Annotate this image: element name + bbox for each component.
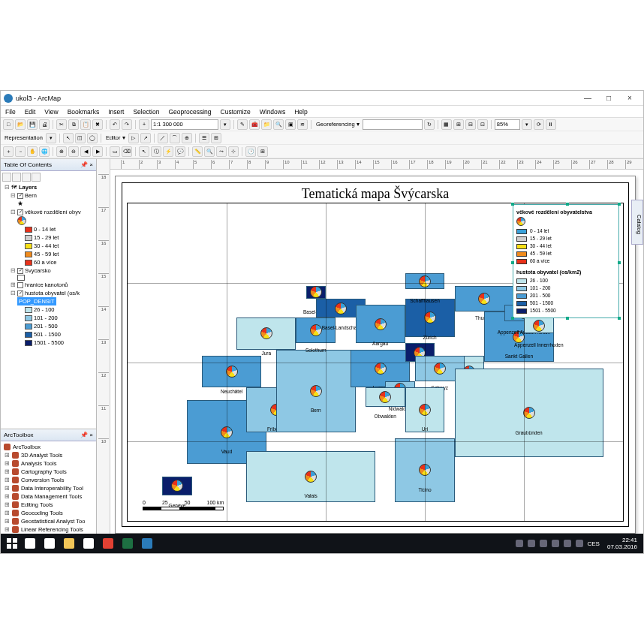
menu-bookmarks[interactable]: Bookmarks [66,107,101,116]
layer-age[interactable]: ⊟✓ věkové rozdělení obyv [2,208,95,216]
select-tool-icon[interactable]: ↖ [63,133,74,143]
menu-view[interactable]: View [43,107,59,116]
toc-pin-icon[interactable]: 📌 × [80,161,93,168]
clear-selection-icon[interactable]: ⌫ [122,146,132,157]
zoom-dropdown-icon[interactable]: ▾ [522,119,532,130]
snap-icon[interactable]: ⊞ [453,119,464,130]
zoom-input[interactable] [495,119,520,130]
map-legend[interactable]: věkové rozdělení obyvatelstva 0 - 14 let… [513,204,619,318]
toolbox-item[interactable]: ⊞Data Interoperability Tool [2,484,95,492]
taskbar-app-taskview[interactable] [41,536,59,551]
georef-layer-input[interactable] [363,119,423,130]
layer-bern[interactable]: ⊟✓ Bern [2,191,95,200]
scale-input[interactable] [151,119,218,130]
edit-vertices-icon[interactable]: ↗ [140,133,151,143]
edit-line-icon[interactable]: ／ [158,133,168,143]
lang-indicator[interactable]: CES [588,540,600,547]
open-icon[interactable]: 📂 [15,119,26,130]
pan-icon[interactable]: ✋ [27,146,38,157]
taskbar-app-chrome[interactable] [99,536,117,551]
search-icon[interactable]: 🔍 [273,119,284,130]
lasso-icon[interactable]: ◯ [87,133,98,143]
toc-list-by-drawing-icon[interactable] [2,173,11,182]
fixed-zoom-in-icon[interactable]: ⊕ [56,146,67,157]
grid-icon[interactable]: ▦ [441,119,452,130]
georef-label[interactable]: Georeferencing ▾ [314,121,361,128]
tray-icon[interactable] [540,540,547,547]
rulers-icon[interactable]: ⊡ [477,119,488,130]
new-doc-icon[interactable]: □ [3,119,14,130]
maximize-button[interactable]: □ [598,92,619,105]
representation-label[interactable]: Representation [3,134,44,141]
taskbar-app-arcmap[interactable] [138,536,156,551]
table-of-contents[interactable]: ⊟🗺 Layers ⊟✓ Bern ★ ⊟✓ věkové rozdělení … [1,171,96,429]
tray-icon[interactable] [552,540,559,547]
rep-dropdown-icon[interactable]: ▾ [46,133,56,143]
toolbox-pin-icon[interactable]: 📌 × [80,432,93,438]
catalog-tab[interactable]: Catalog [631,200,643,245]
editor-label[interactable]: Editor ▾ [104,134,127,141]
modelbuilder-icon[interactable]: ≋ [297,119,308,130]
toc-list-by-source-icon[interactable] [12,173,21,182]
python-icon[interactable]: ▣ [285,119,296,130]
arctoolbox-list[interactable]: ArcToolbox ⊞3D Analyst Tools⊞Analysis To… [1,441,96,535]
toolbox-item[interactable]: ⊞Geocoding Tools [2,509,95,517]
pointer-icon[interactable]: ↖ [139,146,149,157]
menu-edit[interactable]: Edit [23,107,38,116]
start-button[interactable] [4,536,20,551]
menu-windows[interactable]: Windows [258,107,287,116]
menu-customize[interactable]: Customize [219,107,252,116]
find-icon[interactable]: 🔍 [204,146,215,157]
redo-icon[interactable]: ↷ [122,119,132,130]
taskbar-app-excel[interactable] [119,536,137,551]
edit-tool-icon[interactable]: ▷ [128,133,139,143]
georef-rotate-icon[interactable]: ↻ [424,119,435,130]
toc-list-by-selection-icon[interactable] [32,173,41,182]
find-route-icon[interactable]: ⤳ [216,146,227,157]
identify-icon[interactable]: ⓘ [151,146,161,157]
map-canvas[interactable]: Tematická mapa Švýcarska GenèveVaudValai… [110,170,643,541]
select-features-icon[interactable]: ▭ [110,146,120,157]
cut-icon[interactable]: ✂ [56,119,67,130]
add-data-icon[interactable]: + [139,119,149,130]
next-extent-icon[interactable]: ▶ [92,146,103,157]
menu-selection[interactable]: Selection [131,107,161,116]
toolbox-item[interactable]: ⊞Conversion Tools [2,476,95,484]
volume-icon[interactable] [576,540,583,547]
measure-icon[interactable]: 📏 [192,146,203,157]
menu-insert[interactable]: Insert [107,107,125,116]
zoom-out-icon[interactable]: － [15,146,26,157]
paste-icon[interactable]: 📋 [80,119,91,130]
taskbar-app-store[interactable] [80,536,98,551]
edit-trace-icon[interactable]: ⊕ [182,133,192,143]
toolbox-item[interactable]: ⊞Geostatistical Analyst Too [2,517,95,525]
minimize-button[interactable]: — [577,92,598,105]
tray-icon[interactable] [528,540,535,547]
direct-select-icon[interactable]: ◫ [75,133,86,143]
taskbar-app-search[interactable] [21,536,39,551]
refresh-icon[interactable]: ⟳ [534,119,544,130]
layer-hranice[interactable]: ⊞ hranice kanotonů [2,281,95,289]
taskbar-app-explorer[interactable] [60,536,78,551]
guides-icon[interactable]: ⊟ [465,119,476,130]
tray-icon[interactable] [516,540,523,547]
create-viewer-icon[interactable]: ⊞ [257,146,268,157]
menu-file[interactable]: File [4,107,17,116]
close-button[interactable]: × [619,92,640,105]
time-slider-icon[interactable]: 🕒 [245,146,256,157]
toolbox-item[interactable]: ⊞Analysis Tools [2,459,95,468]
zoom-in-icon[interactable]: ＋ [3,146,14,157]
hyperlink-icon[interactable]: ⚡ [163,146,173,157]
menu-help[interactable]: Help [293,107,308,116]
full-extent-icon[interactable]: 🌐 [39,146,50,157]
toolbox-item[interactable]: ⊞Editing Tools [2,501,95,509]
fixed-zoom-out-icon[interactable]: ⊖ [68,146,79,157]
menu-geoprocessing[interactable]: Geoprocessing [167,107,212,116]
layer-svycarsko[interactable]: ⊟✓ Svycarsko [2,266,95,275]
toolbox-item[interactable]: ⊞Linear Referencing Tools [2,525,95,534]
taskbar-clock[interactable]: 22:41 07.03.2016 [604,537,640,550]
editor-toolbar-icon[interactable]: ✎ [237,119,248,130]
delete-icon[interactable]: ✖ [92,119,103,130]
copy-icon[interactable]: ⧉ [68,119,79,130]
attributes-icon[interactable]: ☰ [199,133,209,143]
